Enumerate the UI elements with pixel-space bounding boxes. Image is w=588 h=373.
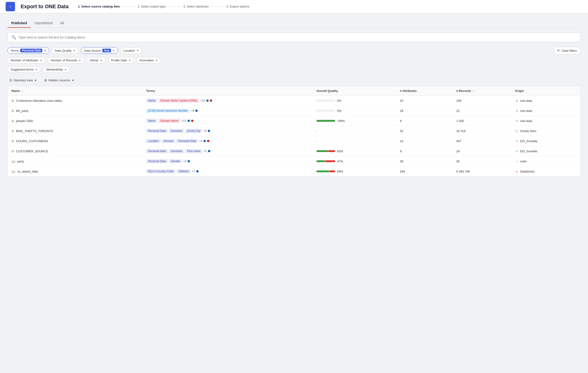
dot-blue-icon bbox=[208, 130, 210, 132]
term-tag: Personal Data bbox=[176, 139, 198, 143]
filter-location-label: Location bbox=[124, 49, 135, 52]
standard-view-button[interactable]: ☰ Standard view ▼ bbox=[8, 77, 39, 83]
step-divider-1 bbox=[122, 6, 136, 7]
filter-data-quality[interactable]: Data Quality ▼ bbox=[52, 47, 78, 54]
search-icon: 🔍 bbox=[11, 35, 16, 40]
origin-label: Databricks bbox=[520, 170, 535, 173]
cell-attributes: 32 bbox=[396, 126, 452, 136]
step-4: 4. Export options bbox=[227, 5, 250, 8]
step-3: 3. Select attributes bbox=[183, 5, 209, 8]
term-tag: Location bbox=[146, 139, 160, 143]
filter-profile-date[interactable]: Profile Date ▼ bbox=[108, 57, 134, 64]
term-tag: Personal Data bbox=[146, 149, 168, 153]
cell-quality: 63% bbox=[313, 146, 396, 156]
origin-icon: ◯ bbox=[515, 129, 519, 133]
origin-label: one-data bbox=[520, 119, 532, 123]
filters-row-3: Suggested terms ▼ Stewardship ▼ bbox=[8, 66, 580, 73]
clear-filters-label: Clear filters bbox=[561, 49, 577, 52]
col-header-records[interactable]: # Records ≡ bbox=[452, 86, 511, 96]
col-header-quality: Overall Quality bbox=[313, 86, 396, 96]
filter-data-source[interactable]: Data Source Any ▼ bbox=[81, 47, 118, 54]
cell-records: 199 bbox=[452, 96, 511, 106]
col-header-name[interactable]: Name ≡ bbox=[8, 86, 142, 96]
filter-num-records[interactable]: Number of Records ▼ bbox=[48, 57, 84, 64]
filter-terms-label: Terms bbox=[10, 49, 19, 52]
step-divider-3 bbox=[210, 6, 225, 7]
filter-location[interactable]: Location ▼ bbox=[120, 47, 142, 54]
table-row[interactable]: ⊞Conference Attendees (new table)NameDom… bbox=[8, 96, 580, 106]
term-plus: +2 bbox=[203, 150, 207, 153]
cell-terms: ISO-3 Country CodeAddress+7 bbox=[142, 166, 312, 176]
term-tag: ISO-3 Country Code bbox=[146, 169, 175, 174]
filters-row-1: Terms Personal Data ▼ Data Quality ▼ Dat… bbox=[8, 47, 580, 54]
filter-anomalies[interactable]: Anomalies ▼ bbox=[136, 57, 161, 64]
filter-data-source-badge: Any bbox=[102, 49, 111, 52]
filter-data-quality-chevron: ▼ bbox=[73, 49, 76, 52]
col-header-origin: Origin bbox=[511, 86, 580, 96]
cell-origin: ◯Oracle Dem bbox=[511, 126, 580, 136]
dot-red-icon bbox=[210, 99, 212, 102]
cell-origin: ◈Databricks bbox=[511, 166, 580, 176]
standard-view-icon: ☰ bbox=[9, 78, 12, 82]
filter-owner[interactable]: Owner ▼ bbox=[87, 57, 106, 64]
cell-name: ⊞people-1000 bbox=[8, 116, 142, 126]
table-row[interactable]: ⊞BIKE_THEFTS_TORONTOPersonal DataSurname… bbox=[8, 126, 580, 136]
hidden-columns-icon: ⊞ bbox=[44, 78, 47, 82]
row-name-text: life_party bbox=[16, 109, 28, 113]
filter-num-records-label: Number of Records bbox=[51, 58, 77, 62]
cell-attributes: 36 bbox=[396, 156, 452, 166]
cell-name: ⊞life_party bbox=[8, 106, 142, 116]
origin-icon: ⊞ bbox=[515, 99, 519, 102]
cell-records: 22 bbox=[452, 106, 511, 116]
filter-anomalies-label: Anomalies bbox=[139, 58, 154, 62]
row-name-text: BIKE_THEFTS_TORONTO bbox=[16, 129, 53, 133]
filter-stewardship[interactable]: Stewardship ▼ bbox=[43, 66, 70, 73]
origin-icon: ❄ bbox=[515, 149, 519, 153]
cell-name: ⊞Conference Attendees (new table) bbox=[8, 96, 142, 106]
cell-terms: NameDomain Name System (DNS)+12 bbox=[142, 96, 312, 106]
quality-bar bbox=[316, 110, 335, 112]
origin-icon: ❄ bbox=[515, 139, 519, 143]
table-row[interactable]: ⊞life_party[CAN] Social Insurance Number… bbox=[8, 106, 580, 116]
filter-profile-date-chevron: ▼ bbox=[128, 59, 131, 62]
main-content: Published Unpublished All 🔍 Terms Person… bbox=[0, 13, 588, 182]
term-plus: +11 bbox=[181, 119, 186, 122]
filter-num-records-chevron: ▼ bbox=[79, 59, 81, 62]
filter-profile-date-label: Profile Date bbox=[111, 58, 127, 62]
filter-suggested-terms[interactable]: Suggested terms ▼ bbox=[8, 66, 41, 73]
tab-published[interactable]: Published bbox=[8, 19, 31, 28]
quality-bar bbox=[316, 160, 335, 162]
cell-attributes: 9 bbox=[396, 146, 452, 156]
dot-blue-icon bbox=[195, 110, 198, 112]
cell-name: 📖us_award_data bbox=[8, 166, 142, 176]
filters-row-2: Number of Attributes ▼ Number of Records… bbox=[8, 57, 580, 64]
table-row[interactable]: ⊞CUSTOMER_SOURCEPersonal DataSurnameFirs… bbox=[8, 146, 580, 156]
tab-all[interactable]: All bbox=[57, 19, 68, 28]
filter-terms-badge: Personal Data bbox=[20, 49, 42, 52]
standard-view-chevron: ▼ bbox=[34, 79, 37, 82]
cell-attributes: 18 bbox=[396, 106, 452, 116]
origin-icon: ◈ bbox=[515, 169, 519, 173]
table-row[interactable]: ⊞people-1000NameDomain Name+11>99%91 000… bbox=[8, 116, 580, 126]
term-plus: +3 bbox=[203, 129, 207, 132]
quality-bar bbox=[316, 170, 335, 172]
filter-terms[interactable]: Terms Personal Data ▼ bbox=[8, 47, 49, 54]
cell-records: 407 bbox=[452, 136, 511, 146]
clear-filters-button[interactable]: ✕ Clear filters bbox=[554, 47, 580, 54]
table-row[interactable]: 📖us_award_dataISO-3 Country CodeAddress+… bbox=[8, 166, 580, 176]
hidden-columns-button[interactable]: ⊞ Hidden columns ▼ bbox=[42, 77, 76, 83]
filter-data-source-chevron: ▼ bbox=[112, 49, 115, 52]
records-sort-icon: ≡ bbox=[472, 89, 474, 92]
table-header-row: Name ≡ Terms Overall Quality # Attribute… bbox=[8, 86, 580, 96]
filter-num-attributes[interactable]: Number of Attributes ▼ bbox=[8, 57, 45, 64]
term-tag: Surname bbox=[169, 129, 184, 133]
search-input[interactable] bbox=[19, 35, 577, 39]
cell-name: ⊞CUSTOMER_SOURCE bbox=[8, 146, 142, 156]
table-row[interactable]: ⊞CHURN_CUSTOMERSLocationAmountPersonal D… bbox=[8, 136, 580, 146]
origin-label: one-data bbox=[520, 109, 532, 113]
cell-terms: [CAN] Social Insurance Number+9 bbox=[142, 106, 312, 116]
origin-label: one-data bbox=[520, 99, 532, 102]
row-name-text: people-1000 bbox=[16, 119, 33, 123]
tab-unpublished[interactable]: Unpublished bbox=[31, 19, 57, 28]
table-row[interactable]: 📖partyPersonal DataGender+247%3636▪mdm bbox=[8, 156, 580, 166]
